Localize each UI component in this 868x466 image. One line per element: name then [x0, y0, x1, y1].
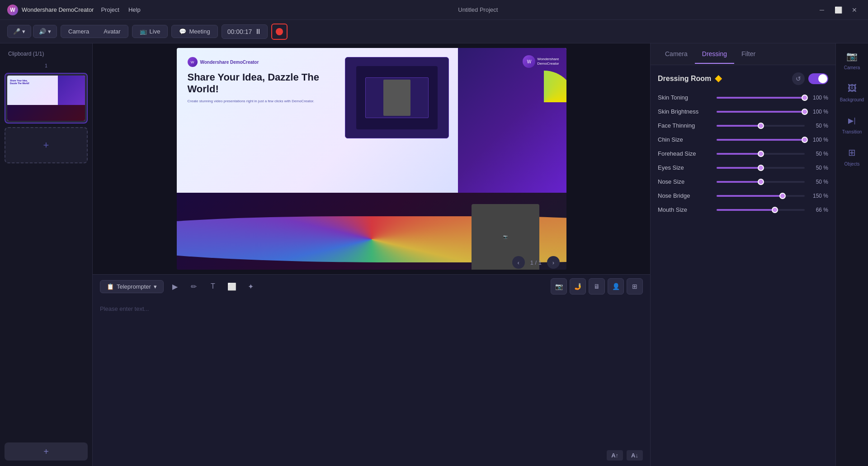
- right-icon-objects[interactable]: ⊞ Objects: [844, 145, 860, 166]
- slider-thumb-mouth-size[interactable]: [772, 207, 778, 213]
- camera-button[interactable]: Camera: [61, 25, 96, 38]
- slide-logo-text: Wondershare DemoCreator: [200, 60, 259, 65]
- dressing-header: Dressing Room ↺: [658, 72, 828, 85]
- mic-button[interactable]: 🎤 ▾: [7, 25, 31, 38]
- prev-slide-button[interactable]: ‹: [512, 256, 525, 269]
- text-placeholder: Please enter text...: [100, 305, 643, 312]
- next-slide-button[interactable]: ›: [547, 256, 560, 269]
- live-icon: 📺: [140, 28, 147, 35]
- slider-skin-toning: Skin Toning 100 %: [658, 94, 828, 101]
- text-tool-button[interactable]: T: [205, 279, 221, 294]
- font-increase-button[interactable]: A↑: [607, 450, 623, 461]
- font-decrease-button[interactable]: A↓: [627, 450, 643, 461]
- slider-track-nose-size[interactable]: [717, 181, 805, 183]
- pen-tool-button[interactable]: ✏: [186, 279, 202, 294]
- slide-brand-text: WondershareDemoCreator: [537, 57, 559, 66]
- slider-chin-size: Chin Size 100 %: [658, 136, 828, 143]
- slider-thumb-nose-size[interactable]: [758, 179, 764, 185]
- slider-track-forehead-size[interactable]: [717, 153, 805, 155]
- shape-tool-button[interactable]: ✦: [243, 279, 259, 294]
- avatar-button[interactable]: Avatar: [96, 25, 127, 38]
- slider-thumb-chin-size[interactable]: [802, 137, 808, 143]
- layout-tool[interactable]: ⊞: [627, 278, 643, 295]
- person-tool[interactable]: 👤: [608, 278, 624, 295]
- slider-mouth-size: Mouth Size 66 %: [658, 206, 828, 213]
- add-bottom-button[interactable]: +: [5, 442, 88, 461]
- play-tool-button[interactable]: ▶: [167, 279, 183, 294]
- slide-canvas: W Wondershare DemoCreator Share Your Ide…: [177, 48, 566, 270]
- pause-icon[interactable]: ⏸: [255, 28, 262, 36]
- slider-track-chin-size[interactable]: [717, 139, 805, 141]
- tab-camera[interactable]: Camera: [658, 45, 695, 64]
- slide-thumbnail-1[interactable]: Share Your Idea,Dazzle The World!: [5, 73, 88, 124]
- slider-thumb-skin-brightness[interactable]: [802, 109, 808, 115]
- slider-track-face-thinning[interactable]: [717, 125, 805, 127]
- slider-nose-size: Nose Size 50 %: [658, 178, 828, 185]
- slider-label-mouth-size: Mouth Size: [658, 206, 712, 213]
- slider-track-nose-bridge[interactable]: [717, 195, 805, 197]
- mic-dropdown-icon: ▾: [22, 28, 25, 35]
- camera-tool[interactable]: 📷: [551, 278, 567, 295]
- camera-label: Camera: [844, 65, 860, 70]
- selfie-tool[interactable]: 🤳: [570, 278, 586, 295]
- live-button[interactable]: 📺 Live: [132, 25, 168, 38]
- slider-thumb-forehead-size[interactable]: [758, 151, 764, 157]
- meeting-button[interactable]: 💬 Meeting: [171, 25, 217, 38]
- slider-value-face-thinning: 50 %: [809, 123, 828, 129]
- title-bar: W Wondershare DemoCreator Project Help U…: [0, 0, 868, 20]
- slider-value-eyes-size: 50 %: [809, 165, 828, 171]
- app-logo: W Wondershare DemoCreator: [7, 5, 94, 15]
- menu-help[interactable]: Help: [128, 6, 141, 13]
- slider-label-skin-toning: Skin Toning: [658, 94, 712, 101]
- slide-brand: W WondershareDemoCreator: [523, 55, 559, 68]
- slider-label-face-thinning: Face Thinning: [658, 122, 712, 129]
- tab-dressing[interactable]: Dressing: [695, 45, 734, 64]
- right-icon-background[interactable]: 🖼 Background: [840, 81, 864, 102]
- frame-tool-button[interactable]: ⬜: [224, 279, 240, 294]
- slide-brand-icon: W: [523, 55, 535, 68]
- slide-content: W Wondershare DemoCreator Share Your Ide…: [177, 48, 336, 112]
- right-icon-transition[interactable]: ▶| Transition: [842, 113, 862, 134]
- slide-logo-icon: W: [188, 57, 198, 67]
- reset-button[interactable]: ↺: [792, 72, 805, 85]
- dressing-title: Dressing Room: [658, 75, 722, 83]
- teleprompter-label: Teleprompter: [117, 283, 151, 290]
- slider-thumb-nose-bridge[interactable]: [779, 193, 786, 199]
- transition-label: Transition: [842, 129, 862, 134]
- record-button[interactable]: [271, 24, 288, 40]
- slider-track-mouth-size[interactable]: [717, 209, 805, 211]
- menu-project[interactable]: Project: [101, 6, 119, 13]
- slider-thumb-face-thinning[interactable]: [758, 123, 764, 129]
- add-slide-button[interactable]: +: [5, 127, 88, 163]
- slider-fill-face-thinning: [717, 125, 761, 127]
- background-icon: 🖼: [845, 81, 859, 95]
- right-icon-camera[interactable]: 📷 Camera: [844, 49, 860, 70]
- mic-icon: 🎤: [13, 28, 20, 35]
- slider-skin-brightness: Skin Brightness 100 %: [658, 108, 828, 115]
- speaker-icon: 🔊: [39, 28, 46, 35]
- toolbar: 🎤 ▾ 🔊 ▾ Camera Avatar 📺 Live 💬 Meeting 0…: [0, 20, 868, 43]
- minimize-button[interactable]: ─: [816, 4, 828, 16]
- slider-track-skin-brightness[interactable]: [717, 111, 805, 113]
- slider-forehead-size: Forehead Size 50 %: [658, 150, 828, 157]
- slider-nose-bridge: Nose Bridge 150 %: [658, 192, 828, 199]
- slider-fill-forehead-size: [717, 153, 761, 155]
- maximize-button[interactable]: ⬜: [832, 4, 844, 16]
- text-input-area[interactable]: Please enter text... A↑ A↓: [93, 298, 650, 466]
- tab-filter[interactable]: Filter: [734, 45, 763, 64]
- teleprompter-button[interactable]: 📋 Teleprompter ▾: [100, 280, 164, 293]
- main-layout: Clipboard (1/1) 1 Share Your Idea,Dazzle…: [0, 43, 868, 466]
- close-button[interactable]: ✕: [848, 4, 861, 16]
- dressing-toggle[interactable]: [808, 73, 828, 84]
- slider-thumb-skin-toning[interactable]: [802, 95, 808, 101]
- slider-label-eyes-size: Eyes Size: [658, 164, 712, 171]
- window-controls: ─ ⬜ ✕: [816, 4, 861, 16]
- slide-counter: 1 / 1: [530, 259, 542, 266]
- right-panel: Camera Dressing Filter Dressing Room ↺: [650, 43, 835, 466]
- slider-thumb-eyes-size[interactable]: [758, 165, 764, 171]
- teleprompter-bar: 📋 Teleprompter ▾ ▶ ✏ T ⬜ ✦ 📷 🤳 🖥 👤 ⊞: [93, 274, 650, 298]
- slider-track-skin-toning[interactable]: [717, 97, 805, 99]
- speaker-button[interactable]: 🔊 ▾: [33, 25, 57, 38]
- screen-tool[interactable]: 🖥: [589, 278, 605, 295]
- slider-track-eyes-size[interactable]: [717, 167, 805, 169]
